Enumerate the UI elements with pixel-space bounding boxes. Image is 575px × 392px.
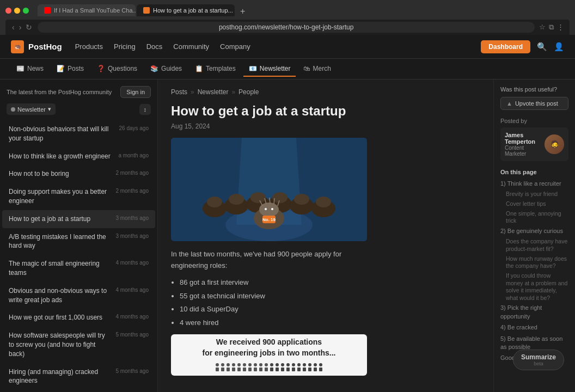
minimize-window-btn[interactable] [14,8,20,14]
top-nav-links: Products Pricing Docs Community Company [75,42,481,51]
article-hero: No. 19 [171,138,367,241]
on-page-section-4[interactable]: 5) Be available as soon as possible [500,335,568,352]
sidebar-item-4[interactable]: How to get a job at a startup 3 months a… [2,210,155,228]
posts-icon: 📝 [57,65,65,72]
bookmark-icon[interactable]: ☆ [539,23,546,32]
nav-templates-label: Templates [206,65,236,72]
browser-chrome: If I Had a Small YouTube Cha... ✕ How to… [0,0,575,35]
sidebar-header: The latest from the PostHog community Si… [0,86,157,103]
breadcrumb-people[interactable]: People [238,88,259,96]
merch-icon: 🛍 [303,65,310,72]
sidebar: The latest from the PostHog community Si… [0,79,158,392]
nav-products[interactable]: Products [75,42,103,51]
user-icon[interactable]: 👤 [554,42,564,52]
sidebar-item-date-0: 26 days ago [119,125,149,131]
sidebar-item-2[interactable]: How not to be boring 2 months ago [2,165,155,183]
on-page-sub-1-1[interactable]: How much runway does the company have? [500,255,568,270]
sidebar-item-8[interactable]: How we got our first 1,000 users 4 month… [2,309,155,327]
nav-item-news[interactable]: 📰 News [11,62,49,77]
breadcrumb-newsletter[interactable]: Newsletter [198,88,229,96]
browser-tab-yt[interactable]: If I Had a Small YouTube Cha... ✕ [38,4,136,16]
on-page-sub-0-0[interactable]: Brevity is your friend [500,191,568,198]
svg-point-12 [294,194,309,205]
svg-point-54 [292,363,295,366]
summarize-button[interactable]: Summarize beta [513,350,564,370]
sidebar-item-title-0: Non-obvious behaviors that will kill you… [9,125,119,143]
tab-title-yt: If I Had a Small YouTube Cha... [54,7,136,14]
close-window-btn[interactable] [5,8,11,14]
upvote-button[interactable]: ▲ Upvote this post [500,97,568,110]
search-icon[interactable]: 🔍 [537,42,547,52]
sidebar-item-10[interactable]: Hiring (and managing) cracked engineers … [2,363,155,390]
new-tab-btn[interactable]: + [236,7,249,16]
on-page-section-2[interactable]: 3) Pick the right opportunity [500,304,568,321]
on-page-sub-1-2[interactable]: If you could throw money at a problem an… [500,272,568,302]
svg-rect-31 [227,367,230,371]
svg-point-42 [259,363,262,366]
nav-community[interactable]: Community [173,42,209,51]
url-bar[interactable] [38,22,535,33]
article-intro: In the last two months, we've had 900 pe… [171,249,367,272]
traffic-lights [5,8,29,14]
sidebar-item-9[interactable]: How software salespeople will try to scr… [2,327,155,363]
posted-by-label: Posted by [500,118,568,124]
nav-company[interactable]: Company [220,42,250,51]
article-bullets: 86 got a first interview 55 got a techni… [180,277,367,329]
logo[interactable]: 🦔 PostHog [11,40,62,53]
right-sidebar: Was this post useful? ▲ Upvote this post… [493,79,575,392]
svg-rect-47 [270,367,273,371]
on-page-label: On this page [500,169,568,175]
on-page-sub-0-2[interactable]: One simple, annoying trick [500,210,568,225]
sort-button[interactable]: ↕ [139,104,151,115]
article-date: Aug 15, 2024 [171,122,480,130]
nav-pricing[interactable]: Pricing [114,42,136,51]
sidebar-controls: Newsletter ▾ ↕ [0,103,157,120]
bullet-0: 86 got a first interview [180,277,367,289]
author-name: James Temperton [505,132,540,145]
on-page-section-3[interactable]: 4) Be cracked [500,323,568,332]
sidebar-item-date-2: 2 months ago [115,170,149,176]
svg-point-22 [265,208,267,210]
menu-icon[interactable]: ⋮ [557,23,564,32]
avatar: 🧔 [545,134,564,154]
on-page-sub-0-1[interactable]: Cover letter tips [500,200,568,208]
author-card: James Temperton Content Marketer 🧔 [500,127,568,161]
breadcrumb-sep-1: » [191,88,194,96]
on-page-sub-1-0[interactable]: Does the company have product-market fit… [500,238,568,253]
nav-docs[interactable]: Docs [146,42,163,51]
refresh-btn[interactable]: ↻ [25,23,33,32]
nav-item-newsletter[interactable]: 📧 Newsletter [243,62,296,77]
logo-text: PostHog [28,42,62,51]
dashboard-button[interactable]: Dashboard [481,40,530,53]
nav-item-posts[interactable]: 📝 Posts [51,62,89,77]
infographic-text: We received 900 applications for enginee… [203,337,336,358]
sidebar-item-title-9: How software salespeople will try to scr… [9,331,115,358]
upvote-icon: ▲ [506,100,512,107]
back-btn[interactable]: ‹ [11,23,16,32]
maximize-window-btn[interactable] [23,8,29,14]
browser-tab-ph[interactable]: How to get a job at a startup... ✕ [137,4,235,16]
extensions-icon[interactable]: ⧉ [549,23,554,32]
nav-item-guides[interactable]: 📚 Guides [145,62,187,77]
sign-in-button[interactable]: Sign in [120,86,151,98]
nav-item-questions[interactable]: ❓ Questions [91,62,143,77]
svg-point-60 [308,363,311,366]
svg-rect-59 [303,367,306,371]
sidebar-item-1[interactable]: How to think like a growth engineer a mo… [2,148,155,166]
sidebar-item-3[interactable]: Doing support makes you a better enginee… [2,183,155,210]
article-title: How to get a job at a startup [171,102,480,119]
svg-rect-65 [319,367,322,371]
forward-btn[interactable]: › [18,23,23,32]
sidebar-item-7[interactable]: Obvious and non-obvious ways to write gr… [2,282,155,309]
on-page-section-1[interactable]: 2) Be genuinely curious [500,227,568,235]
sidebar-item-0[interactable]: Non-obvious behaviors that will kill you… [2,120,155,148]
breadcrumb-posts[interactable]: Posts [171,88,187,96]
nav-item-merch[interactable]: 🛍 Merch [298,62,336,77]
sidebar-item-11[interactable]: The habits of effective remote teams 6 m… [2,390,155,392]
sidebar-item-5[interactable]: A/B testing mistakes I learned the hard … [2,228,155,255]
sidebar-item-6[interactable]: The magic of small engineering teams 4 m… [2,255,155,282]
newsletter-selector[interactable]: Newsletter ▾ [7,103,56,115]
on-page-section-0[interactable]: 1) Think like a recruiter [500,180,568,188]
svg-point-62 [314,363,317,366]
nav-item-templates[interactable]: 📋 Templates [189,62,241,77]
